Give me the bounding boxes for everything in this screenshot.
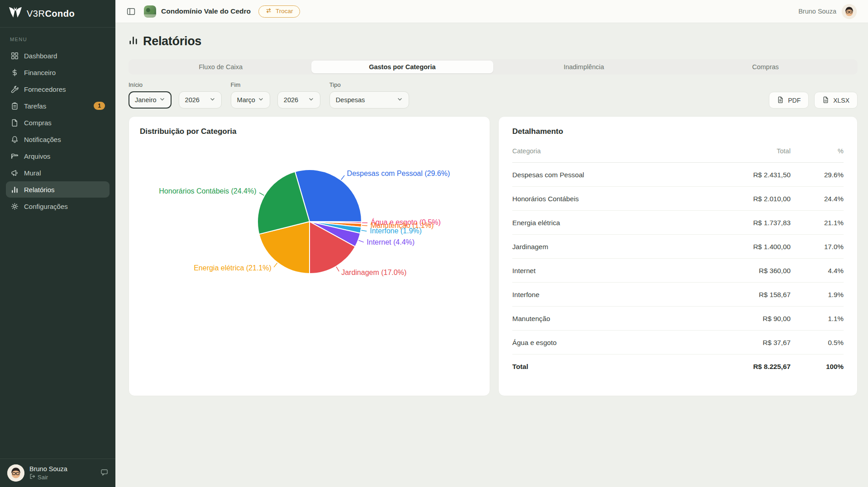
logout-icon	[29, 473, 35, 481]
sidebar-item-label: Tarefas	[24, 102, 46, 110]
grid-icon	[10, 52, 19, 60]
table-row: Energia elétricaR$ 1.737,8321.1%	[512, 211, 844, 235]
sidebar-item-label: Arquivos	[24, 152, 50, 160]
col-header-pct: %	[791, 147, 844, 163]
end-year-select[interactable]: 2026	[277, 91, 320, 109]
col-header-total: Total	[695, 147, 791, 163]
sidebar-item-relatorios[interactable]: Relatórios	[6, 181, 110, 198]
switch-condo-button[interactable]: Trocar	[258, 5, 300, 18]
cell-category: Total	[512, 355, 695, 378]
sidebar-item-financeiro[interactable]: Financeiro	[6, 64, 110, 80]
tab-inadimplencia[interactable]: Inadimplência	[493, 61, 675, 73]
pie-label-interfone: Interfone (1.9%)	[370, 227, 422, 235]
sidebar: V3RCondo MENU DashboardFinanceiroFornece…	[0, 0, 115, 487]
cell-pct: 4.4%	[791, 259, 844, 283]
folder-icon	[10, 152, 19, 160]
pie-label-despesas-com-pessoal: Despesas com Pessoal (29.6%)	[347, 170, 450, 177]
cell-category: Despesas com Pessoal	[512, 163, 695, 187]
table-total-row: TotalR$ 8.225,67100%	[512, 355, 844, 378]
topbar-avatar[interactable]	[842, 4, 857, 19]
chevron-down-icon	[308, 96, 314, 104]
swap-arrows-icon	[265, 8, 272, 15]
cell-category: Jardinagem	[512, 235, 695, 259]
table-row: InterfoneR$ 158,671.9%	[512, 283, 844, 307]
sidebar-item-fornecedores[interactable]: Fornecedores	[6, 81, 110, 97]
bar-chart-icon	[129, 36, 138, 47]
table-row: JardinagemR$ 1.400,0017.0%	[512, 235, 844, 259]
cell-total: R$ 8.225,67	[695, 355, 791, 378]
condo-thumbnail	[144, 5, 156, 18]
pie-label-line	[274, 263, 277, 267]
sidebar-item-label: Relatórios	[24, 186, 55, 194]
cell-total: R$ 360,00	[695, 259, 791, 283]
filters-row: Início Janeiro 2026 Fim Março	[129, 81, 858, 109]
sidebar-item-compras[interactable]: Compras	[6, 114, 110, 131]
table-row: ManutençãoR$ 90,001.1%	[512, 307, 844, 331]
sidebar-item-arquivos[interactable]: Arquivos	[6, 148, 110, 164]
user-avatar[interactable]	[7, 464, 24, 482]
sidebar-item-tarefas[interactable]: Tarefas1	[6, 98, 110, 114]
cell-pct: 100%	[791, 355, 844, 378]
tab-compras[interactable]: Compras	[675, 61, 856, 73]
chevron-down-icon	[397, 96, 403, 104]
sidebar-user: Bruno Souza Sair	[0, 459, 115, 487]
cell-total: R$ 158,67	[695, 283, 791, 307]
cell-total: R$ 1.400,00	[695, 235, 791, 259]
start-month-select[interactable]: Janeiro	[129, 91, 172, 109]
pie-label-energia-eletrica: Energia elétrica (21.1%)	[194, 264, 272, 272]
sidebar-item-notificacoes[interactable]: Notificações	[6, 131, 110, 147]
start-filter-label: Início	[129, 81, 222, 88]
table-row: Água e esgotoR$ 37,670.5%	[512, 331, 844, 355]
pie-label-jardinagem: Jardinagem (17.0%)	[341, 269, 406, 276]
brand-logo-icon	[8, 6, 23, 21]
type-select[interactable]: Despesas	[329, 91, 409, 109]
tab-fluxo-de-caixa[interactable]: Fluxo de Caixa	[130, 61, 311, 73]
end-month-select[interactable]: Março	[231, 91, 270, 109]
start-year-select[interactable]: 2026	[179, 91, 222, 109]
cell-total: R$ 1.737,83	[695, 211, 791, 235]
menu-section-label: MENU	[10, 37, 105, 42]
brand: V3RCondo	[0, 0, 115, 28]
cell-pct: 29.6%	[791, 163, 844, 187]
detail-table-body: Despesas com PessoalR$ 2.431,5029.6%Hono…	[512, 163, 844, 378]
main-content: Relatórios Fluxo de CaixaGastos por Cate…	[115, 23, 868, 487]
table-row: Honorários ContábeisR$ 2.010,0024.4%	[512, 187, 844, 211]
detail-card: Detalhamento Categoria Total % Despesas …	[498, 116, 858, 396]
pie-label-line	[259, 193, 264, 195]
chevron-down-icon	[210, 96, 215, 104]
sidebar-item-label: Mural	[24, 169, 41, 177]
export-xlsx-button[interactable]: XLSX	[814, 92, 858, 109]
bell-icon	[10, 135, 19, 143]
pie-label-line	[361, 230, 367, 231]
report-tabs: Fluxo de CaixaGastos por CategoriaInadim…	[129, 59, 858, 75]
end-filter-label: Fim	[231, 81, 320, 88]
detail-table: Categoria Total % Despesas com PessoalR$…	[512, 147, 844, 378]
sidebar-item-label: Notificações	[24, 136, 61, 143]
cell-pct: 1.1%	[791, 307, 844, 331]
document-icon	[822, 96, 829, 104]
cell-pct: 1.9%	[791, 283, 844, 307]
file-icon	[10, 118, 19, 127]
sidebar-item-mural[interactable]: Mural	[6, 165, 110, 181]
pie-label-line	[341, 175, 344, 180]
sidebar-item-configuracoes[interactable]: Configurações	[6, 198, 110, 214]
detail-card-title: Detalhamento	[512, 127, 844, 136]
sidebar-item-dashboard[interactable]: Dashboard	[6, 47, 110, 64]
sidebar-toggle-button[interactable]	[127, 7, 135, 16]
pie-label-line	[358, 240, 363, 242]
feedback-chat-icon[interactable]	[100, 468, 108, 478]
cell-total: R$ 2.431,50	[695, 163, 791, 187]
wrench-icon	[10, 85, 19, 93]
tasks-count-badge: 1	[94, 102, 105, 110]
pie-chart-svg: Despesas com Pessoal (29.6%)Água e esgot…	[129, 117, 491, 397]
logout-button[interactable]: Sair	[29, 473, 67, 481]
pie-label-line	[362, 225, 367, 226]
brand-name: V3RCondo	[27, 9, 75, 19]
clipboard-icon	[10, 102, 19, 110]
megaphone-icon	[10, 169, 19, 177]
sidebar-item-label: Dashboard	[24, 52, 57, 60]
cell-total: R$ 2.010,00	[695, 187, 791, 211]
dollar-icon	[10, 68, 19, 76]
tab-gastos-por-categoria[interactable]: Gastos por Categoria	[311, 61, 493, 73]
export-pdf-button[interactable]: PDF	[769, 92, 809, 109]
